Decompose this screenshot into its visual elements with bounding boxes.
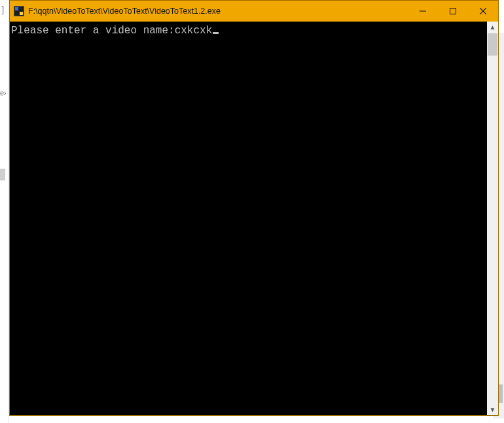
chevron-down-icon: ▼ [490, 406, 496, 413]
minimize-icon [420, 8, 426, 14]
svg-rect-1 [450, 8, 456, 14]
maximize-button[interactable] [438, 1, 468, 22]
chevron-up-icon: ▲ [490, 24, 496, 31]
console-window: F:\qqtn\VideoToText\VideoToText\VideoToT… [9, 0, 499, 416]
scroll-down-button[interactable]: ▼ [487, 404, 498, 415]
background-text-fragment: e› [0, 88, 8, 97]
minimize-button[interactable] [408, 1, 438, 22]
close-button[interactable] [468, 1, 498, 22]
window-title: F:\qqtn\VideoToText\VideoToText\VideoToT… [28, 7, 221, 16]
close-icon [480, 8, 486, 14]
window-controls [408, 1, 498, 22]
maximize-icon [450, 8, 456, 14]
console-prompt: Please enter a video name: [11, 25, 175, 37]
console-text-line: Please enter a video name:cxkcxk [10, 24, 487, 37]
background-scroll-stub [0, 169, 5, 180]
console-vertical-scrollbar[interactable]: ▲ ▼ [487, 22, 498, 415]
scroll-thumb[interactable] [488, 33, 497, 56]
text-cursor-icon [213, 32, 219, 34]
titlebar[interactable]: F:\qqtn\VideoToText\VideoToText\VideoToT… [10, 1, 498, 22]
scroll-up-button[interactable]: ▲ [487, 22, 498, 33]
console-input-value[interactable]: cxkcxk [175, 25, 213, 37]
background-bracket-fragment: ] [0, 4, 7, 16]
console-client-area[interactable]: Please enter a video name:cxkcxk ▲ ▼ [10, 22, 498, 415]
background-left-edge [0, 0, 9, 423]
app-icon [14, 6, 24, 16]
